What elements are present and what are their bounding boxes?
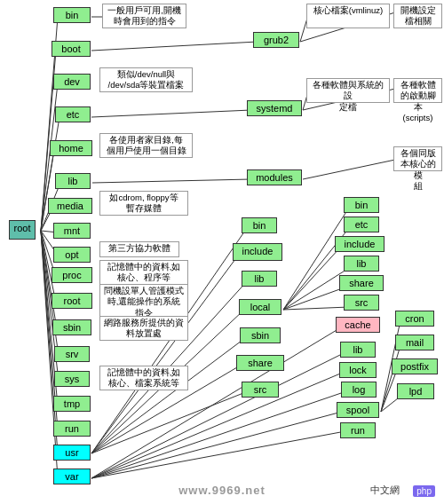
media-desc: 如cdrom, floppy等暫存媒體 [99, 191, 188, 216]
opt-desc: 第三方協力軟體 [99, 241, 179, 257]
opt-node: opt [53, 247, 91, 263]
usr-include-node: include [233, 243, 282, 261]
cn-label: 中文網 [370, 484, 400, 497]
svg-line-39 [91, 412, 342, 478]
modules-node: modules [247, 169, 302, 185]
svg-line-40 [91, 431, 345, 478]
diagram: root bin boot dev etc home lib media mnt… [0, 0, 444, 504]
run-node: run [53, 421, 91, 437]
local-src-node: src [344, 295, 379, 311]
usr-node: usr [53, 445, 91, 461]
etc-scripts-desc: 各種軟體的啟動腳本(scripts) [393, 78, 442, 103]
svg-line-19 [91, 42, 258, 51]
svg-line-29 [283, 208, 349, 310]
mail-node: mail [395, 335, 434, 350]
svg-line-38 [91, 391, 346, 478]
svg-line-33 [283, 287, 345, 310]
local-share-node: share [339, 275, 384, 291]
dev-node: dev [53, 74, 91, 90]
bin-desc: 一般用戶可用,開機 時會用到的指令 [102, 4, 186, 28]
var-run-node: run [340, 422, 376, 438]
lib-modules-desc: 各個同版本核心的模組 [393, 146, 442, 171]
usr-src-node: src [242, 382, 279, 398]
local-bin-node: bin [344, 197, 379, 213]
var-log-node: log [341, 382, 377, 398]
mnt-node: mnt [53, 223, 91, 239]
tmp-node: tmp [53, 396, 91, 412]
var-node: var [53, 469, 91, 484]
var-spool-node: spool [337, 402, 379, 418]
sys-desc: 記憶體中的資料,如核心、檔案系統等 [99, 366, 188, 390]
boot-vmlinuz-desc: 核心檔案(vmlinuz) [306, 4, 390, 28]
local-etc-node: etc [344, 217, 379, 232]
usr-share-node: share [236, 355, 284, 371]
boot-grub-desc: 開機設定檔相關 [393, 4, 442, 28]
svg-line-35 [91, 327, 341, 478]
usr-lib-node: lib [242, 271, 277, 287]
sys-node: sys [54, 371, 90, 387]
var-cache-node: cache [336, 317, 380, 333]
usr-local-node: local [239, 299, 281, 315]
dev-desc: 類似/dev/null與/dev/sda等裝置檔案 [99, 67, 193, 92]
svg-line-4 [41, 150, 54, 231]
systemd-node: systemd [247, 100, 302, 116]
srv-node: srv [54, 346, 90, 362]
svg-line-20 [91, 110, 251, 117]
cron-node: cron [395, 311, 434, 327]
grub2-node: grub2 [253, 32, 299, 48]
svg-line-28 [91, 391, 248, 453]
postfix-node: postfix [392, 358, 438, 374]
root-dir-node: root [52, 293, 92, 309]
media-node: media [48, 198, 92, 214]
etc-settings-desc: 各種軟體與系統的設定檔 [306, 78, 390, 103]
root-node: root [9, 220, 36, 240]
usr-sbin-node: sbin [240, 327, 281, 343]
svg-line-21 [92, 179, 251, 183]
boot-node: boot [52, 41, 91, 57]
local-lib-node: lib [344, 256, 379, 272]
svg-line-42 [381, 345, 400, 412]
svg-line-31 [283, 248, 340, 310]
srv-desc: 網路服務所提供的資料放置處 [99, 316, 188, 341]
usr-bin-node: bin [242, 217, 277, 233]
root-desc: 問機設單人管護模式時,還能操作的系統指令 [99, 284, 188, 319]
proc-node: proc [52, 267, 92, 283]
var-lock-node: lock [339, 362, 377, 378]
etc-node: etc [55, 106, 91, 122]
home-node: home [50, 140, 92, 156]
var-lib-node: lib [340, 342, 376, 358]
svg-line-26 [91, 338, 245, 453]
lpd-node: lpd [397, 383, 434, 399]
home-desc: 各使用者家目錄,每個用戶使用一個目錄 [99, 133, 193, 158]
watermark: www.9969.net [178, 484, 266, 497]
bin-node: bin [53, 7, 91, 23]
proc-desc: 記憶體中的資料,如核心、程序等 [99, 260, 188, 285]
svg-line-49 [303, 160, 395, 179]
sbin-node: sbin [52, 319, 91, 335]
lib-node: lib [55, 173, 91, 189]
svg-line-43 [381, 370, 397, 412]
local-include-node: include [335, 236, 385, 252]
php-badge: php [413, 485, 435, 497]
svg-line-34 [283, 307, 349, 310]
